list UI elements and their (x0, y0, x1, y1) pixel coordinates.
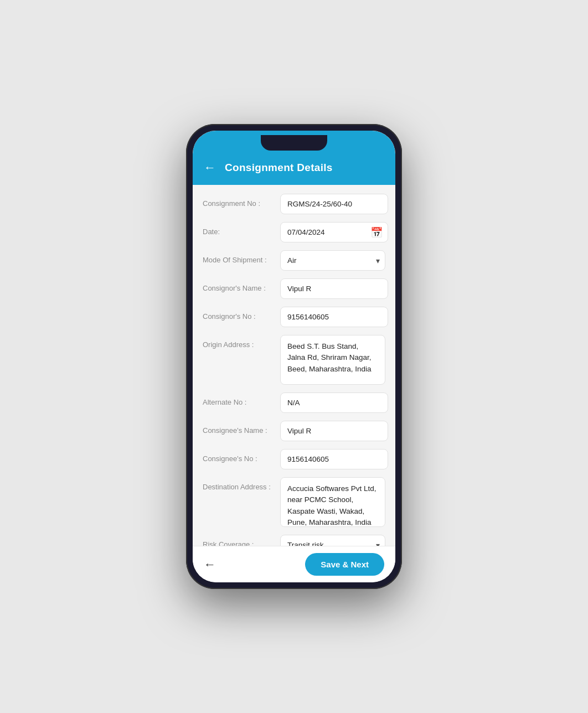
risk-coverage-select-wrap: Transit risk Full risk No risk ▾ (280, 535, 385, 546)
origin-address-label: Origin Address : (203, 335, 275, 350)
calendar-icon[interactable]: 📅 (370, 226, 383, 239)
bottom-back-button[interactable]: ← (204, 557, 216, 572)
alternate-no-label: Alternate No : (203, 392, 275, 407)
date-input-wrap: 📅 (280, 222, 388, 242)
consignee-name-row: Consignee's Name : (203, 421, 385, 441)
consignment-no-input[interactable] (280, 194, 388, 214)
consignment-no-row: Consignment No : (203, 194, 385, 214)
consignor-no-row: Consignor's No : (203, 307, 385, 327)
page-title: Consignment Details (225, 162, 333, 174)
alternate-no-row: Alternate No : (203, 392, 385, 413)
consignee-no-input[interactable] (280, 449, 388, 469)
shipment-mode-select-wrap: Air Road Rail Sea ▾ (280, 250, 385, 271)
risk-coverage-row: Risk Coverage : Transit risk Full risk N… (203, 535, 385, 546)
bottom-bar: ← Save & Next (193, 546, 395, 582)
phone-screen: ← Consignment Details Consignment No : D… (193, 131, 395, 582)
risk-coverage-label: Risk Coverage : (203, 535, 275, 546)
consignee-no-label: Consignee's No : (203, 449, 275, 464)
form-scroll-area: Consignment No : Date: 📅 Mode Of Shipmen… (193, 185, 395, 546)
destination-address-label: Destination Address : (203, 477, 275, 492)
date-row: Date: 📅 (203, 222, 385, 242)
save-next-button[interactable]: Save & Next (305, 553, 384, 576)
origin-address-row: Origin Address : Beed S.T. Bus Stand, Ja… (203, 335, 385, 385)
app-header: ← Consignment Details (193, 155, 395, 185)
date-label: Date: (203, 222, 275, 237)
consignor-name-input[interactable] (280, 278, 388, 299)
consignor-no-label: Consignor's No : (203, 307, 275, 322)
consignee-no-row: Consignee's No : (203, 449, 385, 469)
shipment-mode-row: Mode Of Shipment : Air Road Rail Sea ▾ (203, 250, 385, 271)
shipment-mode-select[interactable]: Air Road Rail Sea (280, 250, 385, 271)
shipment-mode-label: Mode Of Shipment : (203, 250, 275, 265)
header-back-button[interactable]: ← (204, 161, 216, 175)
consignor-no-input[interactable] (280, 307, 388, 327)
consignor-name-row: Consignor's Name : (203, 278, 385, 299)
alternate-no-input[interactable] (280, 392, 388, 413)
origin-address-input[interactable]: Beed S.T. Bus Stand, Jalna Rd, Shriram N… (280, 335, 385, 385)
destination-address-row: Destination Address : Accucia Softwares … (203, 477, 385, 527)
destination-address-input[interactable]: Accucia Softwares Pvt Ltd, near PCMC Sch… (280, 477, 385, 527)
consignment-no-label: Consignment No : (203, 194, 275, 209)
consignor-name-label: Consignor's Name : (203, 278, 275, 293)
notch (261, 135, 327, 151)
consignee-name-input[interactable] (280, 421, 388, 441)
consignee-name-label: Consignee's Name : (203, 421, 275, 436)
risk-coverage-select[interactable]: Transit risk Full risk No risk (280, 535, 385, 546)
phone-shell: ← Consignment Details Consignment No : D… (186, 124, 402, 589)
